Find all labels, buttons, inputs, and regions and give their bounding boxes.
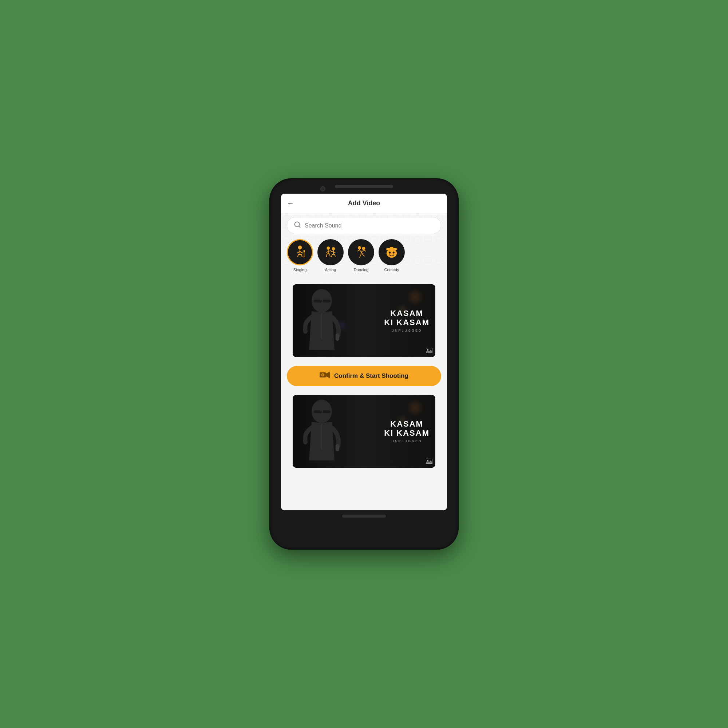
svg-marker-53 <box>326 372 330 378</box>
svg-point-35 <box>358 246 361 249</box>
svg-line-33 <box>332 254 332 257</box>
phone-speaker <box>335 185 393 188</box>
svg-line-30 <box>331 251 333 252</box>
video-title-2: KASAM <box>384 420 430 428</box>
category-circle-acting <box>317 239 344 265</box>
video-title-2b: KI KASAM <box>384 428 430 438</box>
svg-line-12 <box>297 251 300 253</box>
phone-home-button[interactable] <box>342 515 386 518</box>
phone-camera <box>320 187 326 191</box>
confirm-button-text: Confirm & Start Shooting <box>334 372 408 380</box>
category-label-dancing: Dancing <box>354 268 369 272</box>
search-icon <box>294 221 301 230</box>
svg-point-28 <box>332 247 335 251</box>
category-label-singing: Singing <box>294 268 307 272</box>
video-card-1[interactable]: KASAM KI KASAM UNPLUGGED <box>293 284 435 357</box>
video-thumbnail-2: KASAM KI KASAM UNPLUGGED <box>293 395 435 468</box>
video-image-icon-1 <box>426 348 433 354</box>
camera-icon <box>320 371 330 381</box>
phone-device: ← Add Video <box>269 178 459 550</box>
svg-line-34 <box>335 254 335 257</box>
svg-point-55 <box>322 374 324 376</box>
svg-line-38 <box>364 250 366 252</box>
category-dancing[interactable]: Dancing <box>348 239 374 272</box>
video-title-1b: KI KASAM <box>384 318 430 327</box>
svg-point-42 <box>389 252 391 253</box>
svg-point-10 <box>298 246 302 250</box>
svg-rect-48 <box>336 333 339 341</box>
confirm-start-shooting-button[interactable]: Confirm & Start Shooting <box>287 366 441 386</box>
screen-content: ← Add Video <box>281 194 447 510</box>
category-label-acting: Acting <box>325 268 336 272</box>
phone-screen: ← Add Video <box>281 194 447 510</box>
svg-rect-46 <box>323 300 330 303</box>
page-title: Add Video <box>348 199 380 207</box>
svg-rect-45 <box>314 300 322 303</box>
svg-rect-41 <box>390 247 393 250</box>
video-image-icon-2 <box>426 459 433 465</box>
svg-line-17 <box>301 254 302 257</box>
category-singing[interactable]: Singing <box>287 239 313 272</box>
search-input[interactable] <box>305 222 434 229</box>
category-acting[interactable]: Acting <box>317 239 344 272</box>
video-text-1: KASAM KI KASAM UNPLUGGED <box>384 309 430 332</box>
svg-rect-58 <box>323 410 330 413</box>
app-header: ← Add Video <box>281 194 447 213</box>
video-thumbnail-1: KASAM KI KASAM UNPLUGGED <box>293 284 435 357</box>
svg-line-6 <box>299 226 300 228</box>
svg-point-36 <box>362 247 366 250</box>
category-comedy[interactable]: Comedy <box>379 239 405 272</box>
svg-rect-57 <box>314 410 322 413</box>
video-text-2: KASAM KI KASAM UNPLUGGED <box>384 420 430 443</box>
video-subtitle-1: UNPLUGGED <box>384 329 430 332</box>
svg-line-13 <box>300 251 303 253</box>
category-circle-singing <box>287 239 313 265</box>
video-title-1: KASAM <box>384 309 430 318</box>
svg-rect-18 <box>304 250 305 252</box>
back-button[interactable]: ← <box>287 199 294 208</box>
svg-point-43 <box>393 252 395 253</box>
svg-line-37 <box>358 249 359 251</box>
svg-line-27 <box>329 254 330 257</box>
category-label-comedy: Comedy <box>384 268 399 272</box>
svg-line-24 <box>328 251 331 252</box>
svg-point-21 <box>327 246 330 250</box>
svg-line-16 <box>298 254 298 257</box>
confirm-section: Confirm & Start Shooting <box>281 361 447 391</box>
video-card-2[interactable]: KASAM KI KASAM UNPLUGGED <box>293 395 435 468</box>
video-subtitle-2: UNPLUGGED <box>384 439 430 443</box>
category-circle-dancing <box>348 239 374 265</box>
search-bar <box>287 217 441 234</box>
svg-line-26 <box>327 254 327 257</box>
svg-rect-60 <box>336 444 339 451</box>
category-circle-comedy <box>379 239 405 265</box>
